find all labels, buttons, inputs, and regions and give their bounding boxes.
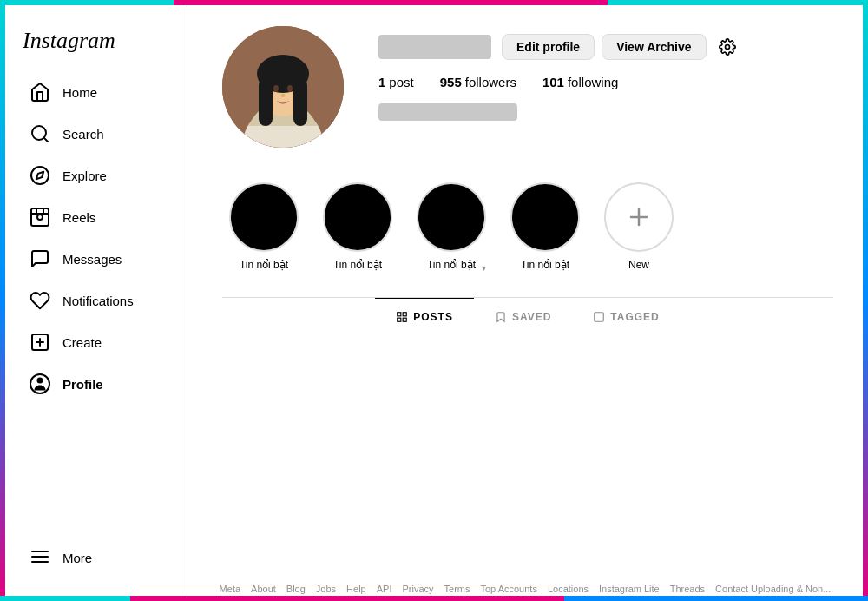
profile-icon: [30, 373, 50, 394]
highlight-circle-4: [510, 182, 580, 252]
sidebar-more[interactable]: More: [12, 538, 180, 578]
tag-icon: [593, 311, 605, 323]
more-icon: [30, 546, 50, 570]
footer-top-accounts[interactable]: Top Accounts: [480, 584, 536, 594]
profile-info: Edit profile View Archive 1 post: [378, 26, 830, 121]
followers-stat[interactable]: 955 followers: [440, 75, 516, 89]
svg-point-5: [37, 215, 43, 220]
tab-posts[interactable]: POSTS: [375, 298, 474, 335]
highlight-label-2: Tin nổi bật: [333, 259, 382, 271]
following-label: following: [568, 75, 618, 89]
footer-api[interactable]: API: [377, 584, 392, 594]
home-icon: [30, 82, 50, 102]
sidebar-item-create[interactable]: Create: [12, 323, 180, 361]
grid-icon: [396, 311, 408, 323]
sidebar-more-label: More: [62, 551, 92, 565]
sidebar-item-explore[interactable]: Explore: [12, 156, 180, 195]
highlight-label-1: Tin nổi bật: [240, 259, 288, 271]
sidebar-item-home-label: Home: [62, 85, 97, 100]
avatar-container: [222, 26, 344, 148]
footer-contact[interactable]: Contact Uploading & Non...: [715, 584, 831, 594]
svg-point-25: [273, 85, 279, 92]
sidebar-item-home[interactable]: Home: [12, 73, 180, 111]
sidebar-item-search-label: Search: [62, 127, 104, 142]
highlight-item-3[interactable]: Tin nổi bật: [417, 182, 486, 271]
following-count: 101: [542, 75, 564, 89]
reels-icon: [30, 207, 50, 228]
highlight-circle-2: [323, 182, 392, 252]
highlight-item-1[interactable]: Tin nổi bật: [229, 182, 299, 271]
highlight-item-4[interactable]: Tin nổi bật: [510, 182, 580, 271]
tab-saved-label: SAVED: [512, 311, 551, 323]
footer-about[interactable]: About: [251, 584, 276, 594]
avatar: [222, 26, 344, 148]
posts-count: 1: [378, 75, 385, 89]
svg-rect-35: [595, 313, 604, 322]
highlight-circle-3: [417, 182, 486, 252]
footer-privacy[interactable]: Privacy: [402, 584, 433, 594]
sidebar-item-reels-label: Reels: [62, 210, 95, 225]
highlight-circle-1: [229, 182, 299, 252]
sidebar-item-reels[interactable]: Reels: [12, 198, 180, 236]
sidebar-item-messages-label: Messages: [62, 252, 122, 267]
svg-rect-24: [293, 78, 307, 126]
main-content: Edit profile View Archive 1 post: [187, 0, 868, 601]
tab-tagged-label: TAGGED: [610, 311, 659, 323]
svg-point-26: [287, 85, 293, 92]
bookmark-icon: [495, 311, 507, 323]
footer: Meta About Blog Jobs Help API Privacy Te…: [187, 584, 863, 594]
highlight-circle-new: [604, 182, 674, 252]
following-stat[interactable]: 101 following: [542, 75, 618, 89]
instagram-logo[interactable]: Instagram: [5, 17, 187, 71]
sidebar-item-create-label: Create: [62, 335, 102, 350]
footer-blog[interactable]: Blog: [286, 584, 306, 594]
explore-icon: [30, 165, 50, 186]
profile-actions: Edit profile View Archive: [502, 33, 741, 61]
footer-help[interactable]: Help: [346, 584, 366, 594]
highlight-label-4: Tin nổi bật: [521, 259, 569, 271]
right-border: [863, 0, 868, 601]
create-icon: [30, 332, 50, 353]
left-border: [0, 0, 5, 601]
sidebar-item-notifications[interactable]: Notifications: [12, 281, 180, 320]
footer-terms[interactable]: Terms: [444, 584, 470, 594]
footer-locations[interactable]: Locations: [548, 584, 589, 594]
svg-point-13: [37, 378, 43, 384]
sidebar-item-messages[interactable]: Messages: [12, 240, 180, 278]
footer-threads[interactable]: Threads: [670, 584, 705, 594]
posts-stat[interactable]: 1 post: [378, 75, 414, 89]
followers-count: 955: [440, 75, 462, 89]
svg-line-1: [44, 138, 48, 142]
messages-icon: [30, 248, 50, 269]
profile-header: Edit profile View Archive 1 post: [222, 26, 830, 148]
footer-instagram-lite[interactable]: Instagram Lite: [599, 584, 660, 594]
view-archive-button[interactable]: View Archive: [602, 34, 706, 60]
sidebar-item-search[interactable]: Search: [12, 115, 180, 153]
svg-point-2: [31, 167, 49, 184]
tab-posts-label: POSTS: [413, 311, 453, 323]
sidebar-nav: Home Search Explore: [5, 71, 187, 529]
sidebar-item-profile[interactable]: Profile: [12, 365, 180, 403]
highlight-item-new[interactable]: New: [604, 182, 674, 271]
sidebar-bottom: More: [5, 529, 187, 587]
svg-point-28: [725, 45, 729, 50]
search-icon: [30, 123, 50, 144]
svg-rect-4: [31, 208, 49, 226]
highlight-item-2[interactable]: Tin nổi bật: [323, 182, 392, 271]
svg-rect-31: [398, 313, 401, 316]
svg-rect-34: [403, 318, 406, 321]
tab-tagged[interactable]: TAGGED: [572, 298, 680, 335]
edit-profile-button[interactable]: Edit profile: [502, 34, 595, 60]
svg-point-12: [30, 374, 49, 393]
sidebar-item-explore-label: Explore: [62, 168, 107, 183]
footer-meta[interactable]: Meta: [220, 584, 240, 594]
highlight-label-3: Tin nổi bật: [427, 259, 476, 271]
footer-jobs[interactable]: Jobs: [316, 584, 336, 594]
sidebar-item-profile-label: Profile: [62, 377, 103, 392]
posts-label: post: [389, 75, 413, 89]
bio-placeholder: [378, 103, 517, 121]
settings-button[interactable]: [713, 33, 741, 61]
followers-label: followers: [465, 75, 516, 89]
profile-tabs: POSTS SAVED TAGGED: [222, 298, 833, 335]
tab-saved[interactable]: SAVED: [474, 298, 572, 335]
